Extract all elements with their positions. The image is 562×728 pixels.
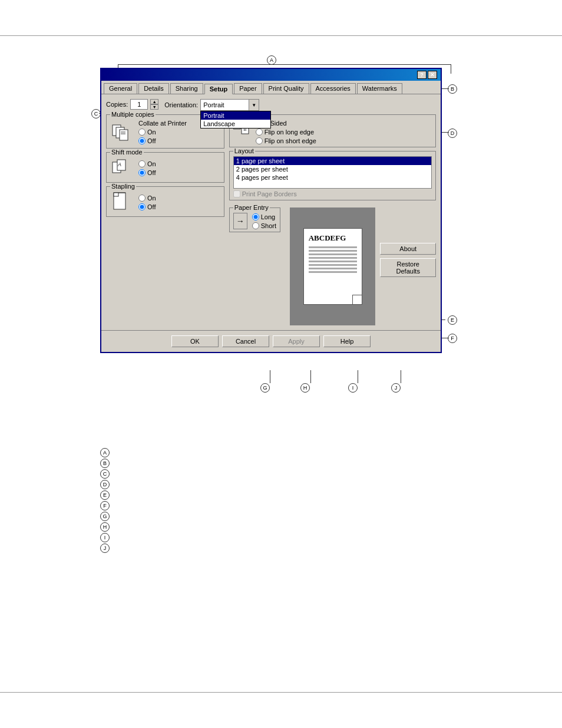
- print-page-borders-label: Print Page Borders: [242, 190, 297, 197]
- tab-sharing[interactable]: Sharing: [170, 83, 203, 94]
- about-button[interactable]: About: [380, 243, 436, 255]
- callout-i-vline: [358, 370, 358, 383]
- callout-i-label: I: [348, 383, 358, 393]
- preview-line-3: [309, 253, 357, 255]
- legend-item-e: E: [100, 490, 110, 500]
- layout-4page[interactable]: 4 pages per sheet: [234, 173, 431, 182]
- shift-svg: A: [111, 159, 133, 177]
- legend-item-j: J: [100, 543, 110, 553]
- paper-entry-section: Paper Entry → Long: [229, 207, 280, 232]
- orientation-landscape[interactable]: Landscape: [201, 120, 270, 128]
- preview-line-4: [309, 257, 357, 259]
- layout-section: Layout 1 page per sheet 2 pages per shee…: [229, 151, 436, 200]
- shift-off-label: Off: [147, 169, 156, 176]
- preview-line-6: [309, 264, 357, 266]
- callout-h-label: H: [300, 383, 310, 393]
- circle-f: F: [448, 334, 457, 343]
- copies-down[interactable]: ▼: [150, 104, 158, 110]
- legend-circle-i: I: [100, 533, 110, 542]
- paper-entry-and-preview: Paper Entry → Long: [229, 207, 280, 236]
- orientation-label: Orientation:: [164, 101, 198, 108]
- restore-defaults-button[interactable]: Restore Defaults: [380, 258, 436, 277]
- top-divider: [0, 35, 562, 36]
- cancel-button[interactable]: Cancel: [222, 335, 269, 347]
- close-btn[interactable]: ✕: [428, 71, 437, 79]
- callout-e-label: E: [448, 315, 457, 325]
- shift-icon: A: [110, 157, 134, 179]
- tab-setup[interactable]: Setup: [204, 84, 233, 94]
- tab-accessories[interactable]: Accessories: [310, 83, 356, 94]
- callout-g-vline: [270, 370, 270, 383]
- shift-mode-title: Shift mode: [110, 149, 144, 156]
- right-side-buttons: About Restore Defaults: [380, 207, 436, 277]
- stapling-icon: [110, 192, 134, 213]
- legend-item-g: G: [100, 512, 110, 521]
- callout-f-label: F: [448, 334, 457, 343]
- circle-c: C: [91, 109, 101, 118]
- sided-long-item: Flip on long edge: [256, 129, 316, 136]
- tab-watermarks[interactable]: Watermarks: [357, 83, 402, 94]
- tab-general[interactable]: General: [104, 83, 137, 94]
- tab-paper[interactable]: Paper: [234, 83, 262, 94]
- multiple-copies-title: Multiple copies: [110, 111, 156, 118]
- paper-content: → Long Short: [233, 213, 276, 229]
- callout-c-label: C: [91, 109, 101, 118]
- legend-circle-a: A: [100, 448, 110, 457]
- legend-circle-b: B: [100, 459, 110, 468]
- shift-on-label: On: [147, 160, 156, 167]
- shift-on-item: On: [138, 160, 156, 167]
- copies-up[interactable]: ▲: [150, 99, 158, 104]
- tab-details[interactable]: Details: [138, 83, 169, 94]
- layout-1page[interactable]: 1 page per sheet: [234, 157, 431, 165]
- help-button[interactable]: Help: [323, 335, 371, 347]
- sided-short-label: Flip on short edge: [265, 137, 316, 144]
- preview-paper: ABCDEFG: [303, 228, 362, 305]
- stapling-off-radio[interactable]: [138, 203, 146, 210]
- stapling-off-label: Off: [147, 203, 156, 210]
- copies-label: Copies:: [106, 101, 128, 108]
- orientation-section: Orientation: ▼ Portrait Landscape: [164, 99, 259, 111]
- preview-lines: [309, 246, 357, 273]
- circle-j: J: [391, 383, 401, 393]
- collate-off-radio[interactable]: [138, 137, 146, 144]
- callout-h-vline: [310, 370, 311, 383]
- layout-2page[interactable]: 2 pages per sheet: [234, 165, 431, 173]
- dialog-content: Copies: ▲ ▼ Orientation: ▼ P: [101, 94, 441, 330]
- preview-corner: [352, 295, 362, 304]
- orientation-dropdown-arrow[interactable]: ▼: [249, 99, 259, 111]
- collate-on-label: On: [147, 129, 156, 136]
- paper-short-radio[interactable]: [252, 222, 259, 229]
- paper-long-label: Long: [261, 213, 275, 220]
- ok-button[interactable]: OK: [171, 335, 219, 347]
- sided-long-radio[interactable]: [256, 129, 263, 136]
- legend-circle-c: C: [100, 469, 110, 479]
- layout-listbox[interactable]: 1 page per sheet 2 pages per sheet 4 pag…: [233, 156, 432, 189]
- collate-at-printer-label: Collate at Printer: [138, 120, 187, 127]
- stapling-on-radio[interactable]: [138, 195, 146, 202]
- tab-printquality[interactable]: Print Quality: [263, 83, 309, 94]
- legend-circle-h: H: [100, 522, 110, 532]
- left-panel: Multiple copies: [106, 114, 224, 325]
- shift-radio-group: On Off: [138, 160, 156, 176]
- sided-short-radio[interactable]: [256, 137, 263, 144]
- legend-item-c: C: [100, 469, 110, 479]
- stapling-on-item: On: [138, 195, 156, 202]
- print-page-borders-checkbox[interactable]: [233, 190, 240, 197]
- top-row: Copies: ▲ ▼ Orientation: ▼ P: [106, 99, 436, 111]
- collate-on-radio[interactable]: [138, 129, 146, 136]
- copies-input[interactable]: [130, 99, 148, 110]
- callout-j-vline: [401, 370, 401, 383]
- apply-button[interactable]: Apply: [273, 335, 320, 347]
- shift-on-radio[interactable]: [138, 160, 146, 167]
- paper-long-radio[interactable]: [252, 213, 259, 220]
- dialog-tabs: General Details Sharing Setup Paper Prin…: [101, 81, 441, 94]
- help-btn[interactable]: ?: [417, 71, 427, 79]
- callout-g-label: G: [260, 383, 270, 393]
- circle-a: A: [267, 55, 276, 65]
- legend-circle-g: G: [100, 512, 110, 521]
- svg-text:A: A: [117, 162, 121, 167]
- orientation-portrait[interactable]: Portrait: [201, 111, 270, 120]
- callout-d-label: D: [448, 129, 457, 138]
- shift-off-radio[interactable]: [138, 169, 146, 176]
- copies-section: Copies: ▲ ▼: [106, 99, 158, 110]
